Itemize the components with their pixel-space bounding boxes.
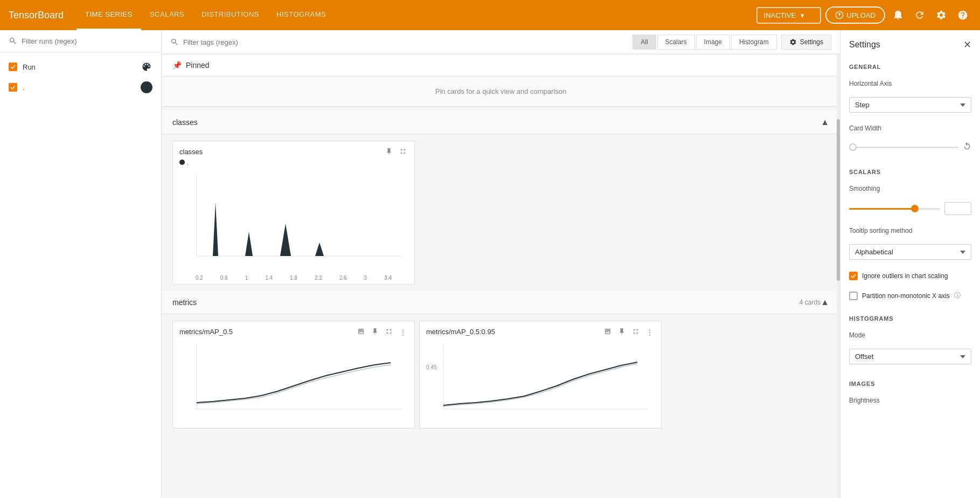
metrics-group-title: metrics xyxy=(172,298,795,307)
classes-card-icons xyxy=(383,147,409,158)
smoothing-slider-thumb[interactable] xyxy=(911,205,919,212)
partition-x-checkbox[interactable] xyxy=(849,292,858,300)
partition-x-label: Partition non-monotonic X axis xyxy=(862,292,950,300)
ignore-outliers-label: Ignore outliers in chart scaling xyxy=(862,272,948,280)
tags-filter-input[interactable] xyxy=(183,38,628,46)
metrics-map0595-svg xyxy=(426,339,655,420)
run-color-palette-run[interactable] xyxy=(141,61,152,73)
refresh-icon-button[interactable] xyxy=(911,6,928,24)
settings-mode-select[interactable]: Offset Overlay xyxy=(849,349,971,364)
settings-mode-label: Mode xyxy=(849,331,971,339)
filter-all-button[interactable]: All xyxy=(633,34,656,50)
card-width-slider-container xyxy=(849,142,971,153)
run-label-run: Run xyxy=(23,63,135,71)
run-checkbox-run[interactable] xyxy=(9,63,17,71)
check-icon xyxy=(10,64,16,70)
search-icon xyxy=(9,37,17,45)
metrics-map0595-more-button[interactable]: ⋮ xyxy=(644,327,656,338)
filter-buttons: All Scalars Image Histogram xyxy=(633,34,776,50)
upload-button[interactable]: UPLOAD xyxy=(825,6,885,24)
sidebar: Run . xyxy=(0,30,162,498)
nav-distributions[interactable]: DISTRIBUTIONS xyxy=(193,0,268,30)
palette-icon xyxy=(141,61,152,72)
metrics-chevron[interactable]: ▲ xyxy=(821,298,829,307)
nav-time-series[interactable]: TIME SERIES xyxy=(77,0,141,30)
filter-scalars-button[interactable]: Scalars xyxy=(657,34,695,50)
classes-chevron[interactable]: ▲ xyxy=(821,117,829,127)
settings-h-axis-label: Horizontal Axis xyxy=(849,80,971,87)
status-dropdown[interactable]: INACTIVE ▾ xyxy=(756,7,821,24)
settings-general-label: GENERAL xyxy=(849,64,971,70)
settings-panel: Settings ✕ GENERAL Horizontal Axis Step … xyxy=(840,30,980,498)
metrics-map0595-fullscreen-button[interactable] xyxy=(630,327,642,338)
classes-chart-card: classes . xyxy=(172,141,415,285)
metrics-map05-more-button[interactable]: ⋮ xyxy=(397,327,409,338)
pin-icon xyxy=(371,328,379,335)
metrics-map05-chart xyxy=(179,339,408,420)
metrics-map05-image-button[interactable] xyxy=(355,327,367,338)
card-width-slider-track[interactable] xyxy=(849,147,958,148)
runs-list: Run . xyxy=(0,52,161,498)
classes-pin-button[interactable] xyxy=(383,147,395,158)
filter-histogram-button[interactable]: Histogram xyxy=(731,34,777,50)
pin-icon xyxy=(618,328,625,335)
settings-brightness-label: Brightness xyxy=(849,397,971,404)
classes-chart-legend: . xyxy=(179,159,408,165)
content-toolbar: All Scalars Image Histogram Settings xyxy=(162,30,840,54)
card-width-reset-button[interactable] xyxy=(963,142,971,153)
settings-histograms-label: HISTOGRAMS xyxy=(849,315,971,322)
metrics-map05-fullscreen-button[interactable] xyxy=(383,327,395,338)
pinned-section-header: 📌 Pinned xyxy=(162,54,840,77)
top-nav: TensorBoard TIME SERIES SCALARS DISTRIBU… xyxy=(0,0,980,30)
settings-close-button[interactable]: ✕ xyxy=(963,39,971,51)
run-color-dot-dot[interactable] xyxy=(141,81,152,93)
svg-marker-6 xyxy=(315,243,324,256)
smoothing-slider-container: 0.6 xyxy=(849,202,971,215)
fullscreen-icon xyxy=(385,328,393,335)
metrics-map0595-image-button[interactable] xyxy=(602,327,614,338)
metrics-cards-grid: metrics/mAP_0.5 ⋮ xyxy=(162,314,840,435)
main-layout: Run . All Scalars Ima xyxy=(0,30,980,498)
nav-right: INACTIVE ▾ UPLOAD xyxy=(756,6,971,24)
metrics-map0595-pin-button[interactable] xyxy=(616,327,628,338)
upload-icon xyxy=(835,11,844,19)
nav-histograms[interactable]: HISTOGRAMS xyxy=(268,0,335,30)
metrics-map0595-card: metrics/mAP_0.5:0.95 ⋮ xyxy=(419,321,662,428)
ignore-outliers-row: Ignore outliers in chart scaling xyxy=(849,272,971,280)
check-icon xyxy=(10,85,16,90)
nav-scalars[interactable]: SCALARS xyxy=(141,0,193,30)
settings-panel-title: Settings xyxy=(849,40,880,50)
classes-group-title: classes xyxy=(172,118,821,127)
partition-x-info-icon[interactable]: ⓘ xyxy=(954,291,961,300)
smoothing-value-input[interactable]: 0.6 xyxy=(944,202,971,215)
brand-logo: TensorBoard xyxy=(9,10,64,21)
classes-x-labels: 0.2 0.6 1 1.4 1.8 2.2 2.6 3 3.4 xyxy=(179,274,408,281)
pin-icon xyxy=(385,148,393,155)
pinned-empty-message: Pin cards for a quick view and compariso… xyxy=(162,77,840,107)
run-checkbox-dot[interactable] xyxy=(9,83,17,92)
metrics-map05-card: metrics/mAP_0.5 ⋮ xyxy=(172,321,415,428)
settings-icon-button[interactable] xyxy=(933,6,950,24)
alarm-icon-button[interactable] xyxy=(889,6,907,24)
card-width-slider-thumb[interactable] xyxy=(849,143,857,151)
metrics-group-count: 4 cards xyxy=(800,299,821,306)
classes-chart-svg xyxy=(179,170,408,272)
scrollbar-track xyxy=(837,54,840,498)
svg-marker-3 xyxy=(213,202,218,256)
fullscreen-icon xyxy=(399,148,407,155)
scrollbar-thumb[interactable] xyxy=(837,119,840,281)
settings-tooltip-sort-select[interactable]: Alphabetical Ascending Descending None xyxy=(849,244,971,260)
settings-h-axis-select[interactable]: Step Relative Wall xyxy=(849,97,971,113)
classes-legend-label: . xyxy=(187,159,189,165)
settings-button[interactable]: Settings xyxy=(781,34,831,50)
ignore-outliers-checkbox[interactable] xyxy=(849,272,858,280)
filter-image-button[interactable]: Image xyxy=(696,34,730,50)
classes-chart-area: 0.2 0.6 1 1.4 1.8 2.2 2.6 3 3.4 xyxy=(179,170,408,278)
smoothing-slider-track[interactable] xyxy=(849,208,940,210)
metrics-map0595-icons: ⋮ xyxy=(602,327,656,338)
runs-filter-input[interactable] xyxy=(22,37,152,45)
run-item-run: Run xyxy=(0,57,161,77)
metrics-map05-pin-button[interactable] xyxy=(369,327,381,338)
help-icon-button[interactable] xyxy=(954,6,971,24)
classes-fullscreen-button[interactable] xyxy=(397,147,409,158)
